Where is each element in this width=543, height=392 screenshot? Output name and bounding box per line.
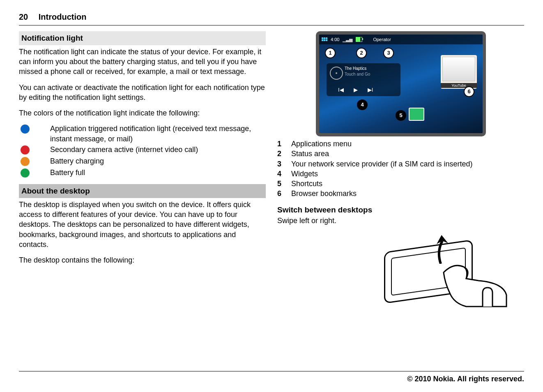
hand-icon xyxy=(442,258,507,307)
section-heading-about-desktop: About the desktop xyxy=(19,184,266,198)
led-dot-green xyxy=(21,168,30,178)
signal-icon: ▁▃▅ xyxy=(343,37,352,43)
callout-3: 3 xyxy=(383,48,394,58)
page-footer: © 2010 Nokia. All rights reserved. xyxy=(19,371,524,384)
led-row: Application triggered notification light… xyxy=(19,124,266,144)
led-desc: Secondary camera active (internet video … xyxy=(50,145,198,154)
legend-row: 6Browser bookmarks xyxy=(277,189,524,198)
callout-6: 6 xyxy=(464,86,474,97)
right-column: 4:00 ▁▃▅ Operator 1 2 3 The Haptics Touc… xyxy=(277,31,524,307)
legend-row: 4Widgets xyxy=(277,169,524,179)
led-color-list: Application triggered notification light… xyxy=(19,124,266,178)
legend-row: 1Applications menu xyxy=(277,139,524,149)
body-text: The notification light can indicate the … xyxy=(19,47,266,77)
led-row: Battery charging xyxy=(19,156,266,167)
apps-grid-icon xyxy=(322,37,327,42)
legend-row: 2Status area xyxy=(277,149,524,159)
prev-icon: I◀ xyxy=(338,86,344,94)
photos-shortcut-icon xyxy=(409,108,424,121)
chapter-title: Introduction xyxy=(39,12,87,21)
body-text: The desktop is displayed when you switch… xyxy=(19,200,266,249)
legend-row: 3Your network service provider (if a SIM… xyxy=(277,159,524,169)
led-desc: Application triggered notification light… xyxy=(50,124,266,144)
led-dot-red xyxy=(21,145,30,154)
body-text: The desktop contains the following: xyxy=(19,255,266,265)
body-text: Swipe left or right. xyxy=(277,216,524,226)
led-row: Battery full xyxy=(19,168,266,178)
music-widget: The Haptics Touch and Go I◀ ▶ ▶I xyxy=(327,63,400,96)
body-text: The colors of the notification light ind… xyxy=(19,108,266,118)
album-disc-icon xyxy=(330,67,343,80)
track-subtitle: Touch and Go xyxy=(345,71,398,77)
body-text: You can activate or deactivate the notif… xyxy=(19,83,266,103)
callout-5: 5 xyxy=(396,110,406,121)
callout-2: 2 xyxy=(356,48,367,58)
device-screenshot: 4:00 ▁▃▅ Operator 1 2 3 The Haptics Touc… xyxy=(316,31,486,136)
page-number: 20 xyxy=(19,12,28,23)
led-desc: Battery charging xyxy=(50,156,104,166)
page-header: 20 Introduction xyxy=(19,12,524,25)
next-icon: ▶I xyxy=(368,86,373,94)
callout-4: 4 xyxy=(357,99,368,110)
operator-label: Operator xyxy=(373,37,391,43)
left-column: Notification light The notification ligh… xyxy=(19,31,266,307)
clock-text: 4:00 xyxy=(331,37,339,43)
play-icon: ▶ xyxy=(354,86,358,94)
led-desc: Battery full xyxy=(50,168,85,178)
youtube-bookmark: YouTube xyxy=(441,55,477,89)
section-heading-notification-light: Notification light xyxy=(19,31,266,45)
led-dot-blue xyxy=(21,125,30,134)
callout-1: 1 xyxy=(325,48,336,58)
legend-row: 5Shortcuts xyxy=(277,179,524,189)
battery-icon xyxy=(356,37,362,42)
track-title: The Haptics xyxy=(345,66,398,71)
led-row: Secondary camera active (internet video … xyxy=(19,145,266,155)
callout-legend: 1Applications menu 2Status area 3Your ne… xyxy=(277,139,524,199)
led-dot-orange xyxy=(21,157,30,166)
status-bar: 4:00 ▁▃▅ Operator xyxy=(319,35,483,44)
swipe-illustration xyxy=(380,229,503,307)
sub-heading-switch-desktops: Switch between desktops xyxy=(277,205,524,215)
